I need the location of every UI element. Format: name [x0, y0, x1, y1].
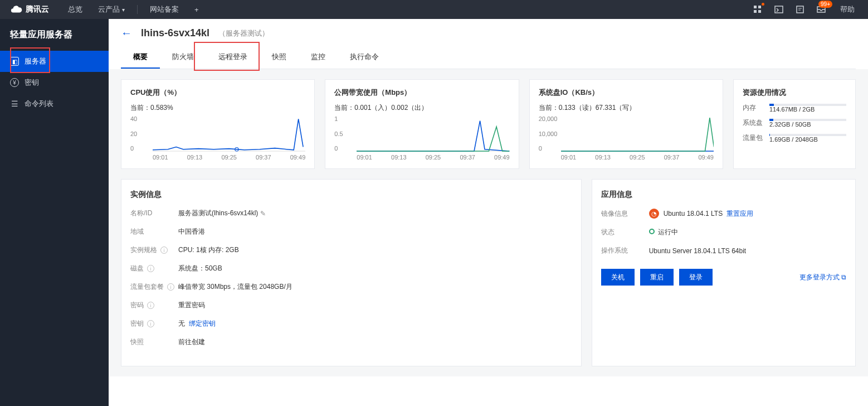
shutdown-button[interactable]: 关机: [601, 269, 635, 286]
ytick: 10,000: [539, 131, 558, 137]
k-label: 密钥: [130, 319, 144, 328]
help-icon[interactable]: i: [167, 283, 174, 291]
list-icon: ☰: [10, 99, 19, 108]
sidebar-item-cmdlist[interactable]: ☰ 命令列表: [0, 93, 109, 114]
back-button[interactable]: ←: [121, 27, 132, 40]
cur-label: 当前：: [539, 104, 559, 112]
nav-filing[interactable]: 网站备案: [143, 0, 186, 19]
k: 快照: [130, 337, 178, 347]
nav-overview[interactable]: 总览: [61, 0, 89, 19]
nav-help[interactable]: 帮助: [837, 4, 858, 14]
sidebar-title: 轻量应用服务器: [0, 29, 109, 51]
create-snapshot-link[interactable]: 前往创建: [178, 337, 205, 347]
topnav: 总览 云产品▾ 网站备案 +: [61, 0, 206, 19]
net-chart: 10.50 09:0109:1309:2509:3709:49: [334, 116, 509, 161]
tab-remote[interactable]: 远程登录: [206, 46, 260, 69]
tabs: 概要 防火墙 远程登录 快照 监控 执行命令: [121, 46, 856, 69]
res-val: 114.67MB / 2GB: [769, 106, 831, 113]
nav-products[interactable]: 云产品▾: [91, 0, 131, 19]
grid-icon[interactable]: [752, 4, 763, 15]
ytick: 20,000: [539, 116, 558, 122]
k: 镜像信息: [601, 209, 649, 219]
tab-exec[interactable]: 执行命令: [338, 46, 391, 69]
net-title: 公网带宽使用（Mbps）: [334, 88, 509, 98]
cpu-chart: 40200 09:0109:1309:2509:3709:49: [130, 116, 305, 161]
svg-rect-1: [758, 6, 761, 8]
sidebar-item-label: 服务器: [25, 56, 46, 66]
res-label: 流量包: [743, 133, 764, 143]
sidebar: 轻量应用服务器 ◧ 服务器 ¥ 密钥 ☰ 命令列表: [0, 19, 109, 406]
svg-rect-4: [775, 6, 783, 13]
svg-rect-2: [754, 10, 757, 13]
xtick: 09:49: [698, 154, 714, 161]
status-dot-icon: [649, 229, 655, 234]
reset-app-link[interactable]: 重置应用: [726, 210, 753, 218]
inbox-icon[interactable]: 99+: [816, 4, 827, 15]
cur-label: 当前：: [334, 104, 354, 112]
xtick: 09:13: [595, 154, 611, 161]
xtick: 09:49: [290, 154, 306, 161]
sidebar-item-server[interactable]: ◧ 服务器: [0, 51, 109, 72]
help-icon[interactable]: i: [160, 246, 168, 254]
card-diskio: 系统盘IO（KB/s） 当前：0.133（读）67.331（写） 20,0001…: [529, 79, 723, 169]
ytick: 0: [130, 146, 137, 152]
brand-logo[interactable]: 腾讯云: [6, 3, 53, 16]
note-icon[interactable]: [794, 4, 806, 15]
instance-key: 无: [178, 320, 185, 327]
login-button[interactable]: 登录: [679, 269, 713, 286]
instance-spec: CPU: 1核 内存: 2GB: [178, 245, 239, 255]
reset-password-link[interactable]: 重置密码: [178, 301, 205, 310]
xtick: 09:01: [153, 154, 168, 161]
res-pkg: 流量包 1.69GB / 2048GB: [743, 133, 846, 143]
more-login-link[interactable]: 更多登录方式 ⧉: [799, 273, 846, 282]
res-label: 内存: [743, 103, 764, 113]
svg-rect-0: [754, 6, 757, 8]
xtick: 09:25: [630, 154, 645, 161]
disk-current: 0.133（读）67.331（写）: [559, 104, 636, 112]
card-resources: 资源使用情况 内存 114.67MB / 2GB 系统盘 2.32GB / 50…: [733, 79, 856, 169]
card-net: 公网带宽使用（Mbps） 当前：0.001（入）0.002（出） 10.50 0…: [325, 79, 519, 169]
k-label: 磁盘: [130, 264, 144, 273]
app-image: Ubuntu 18.04.1 LTS: [664, 210, 723, 218]
cpu-current: 0.583%: [150, 104, 173, 112]
server-icon: ◧: [10, 57, 19, 66]
tab-monitor[interactable]: 监控: [299, 46, 338, 69]
res-sys: 系统盘 2.32GB / 50GB: [743, 118, 846, 128]
info-row: 实例信息 名称/ID服务器测试(lhins-6svx14kl)✎ 地域中国香港 …: [121, 179, 856, 366]
nav-products-label: 云产品: [98, 4, 120, 14]
edit-icon[interactable]: ✎: [260, 210, 266, 218]
bind-key-link[interactable]: 绑定密钥: [189, 320, 216, 327]
tab-overview[interactable]: 概要: [121, 46, 160, 69]
cloud-icon: [10, 3, 22, 16]
shell-icon[interactable]: [773, 4, 784, 15]
k: 状态: [601, 228, 649, 237]
ytick: 20: [130, 131, 137, 137]
xtick: 09:37: [256, 154, 271, 161]
nav-add[interactable]: +: [188, 0, 206, 19]
cur-label: 当前：: [130, 104, 150, 112]
app-status: 运行中: [658, 228, 678, 236]
restart-button[interactable]: 重启: [640, 269, 674, 286]
res-val: 2.32GB / 50GB: [769, 121, 831, 128]
svg-rect-3: [758, 10, 761, 13]
sidebar-item-key[interactable]: ¥ 密钥: [0, 72, 109, 93]
app-title: 应用信息: [601, 190, 846, 200]
help-icon[interactable]: i: [147, 302, 154, 309]
k-label: 密码: [130, 301, 144, 310]
res-title: 资源使用情况: [743, 88, 846, 98]
brand-name: 腾讯云: [26, 4, 49, 14]
svg-rect-5: [797, 6, 803, 13]
help-icon[interactable]: i: [147, 320, 154, 327]
ytick: 0.5: [334, 131, 343, 137]
disk-chart: 20,00010,0000 09:0109:1309:2509:3709:49: [539, 116, 714, 161]
card-cpu: CPU使用（%） 当前：0.583% 40200 09:0109:1309:25…: [121, 79, 315, 169]
tab-snapshot[interactable]: 快照: [260, 46, 299, 69]
chevron-down-icon: ▾: [122, 7, 125, 13]
xtick: 09:25: [221, 154, 237, 161]
net-current: 0.001（入）0.002（出）: [354, 104, 428, 112]
tab-firewall[interactable]: 防火墙: [160, 46, 206, 69]
xtick: 09:01: [561, 154, 577, 161]
xtick: 09:37: [664, 154, 680, 161]
topbar-right: 99+ 帮助: [752, 4, 862, 15]
help-icon[interactable]: i: [147, 265, 154, 272]
